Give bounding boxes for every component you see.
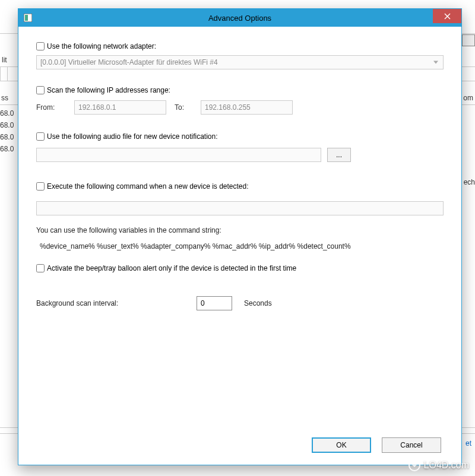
bg-divider-v2: [0, 66, 1, 81]
scan-iprange-checkbox[interactable]: [36, 86, 45, 94]
beep-first-time-label: Activate the beep/tray balloon alert onl…: [47, 264, 296, 272]
adapter-value: [0.0.0.0] Virtueller Microsoft-Adapter f…: [40, 58, 218, 66]
audio-browse-button[interactable]: ...: [327, 148, 351, 162]
close-button[interactable]: [433, 9, 461, 23]
close-icon: [444, 13, 451, 20]
browse-label: ...: [336, 151, 342, 159]
execute-cmd-label: Execute the following command when a new…: [47, 182, 249, 191]
ip-to-input[interactable]: [201, 100, 293, 115]
watermark-text: LO4D.com: [424, 460, 469, 471]
cmd-input[interactable]: [36, 201, 444, 215]
ip-from-input[interactable]: [74, 100, 166, 115]
use-audio-label: Use the following audio file for new dev…: [47, 132, 218, 141]
bg-col-header: ss: [1, 94, 8, 102]
advanced-options-dialog: Advanced Options Use the following netwo…: [18, 8, 462, 465]
use-adapter-checkbox[interactable]: [36, 42, 45, 50]
bg-menu-item: lit: [2, 56, 7, 64]
beep-first-time-checkbox[interactable]: [36, 264, 45, 272]
cmd-help-text: You can use the following variables in t…: [36, 226, 444, 234]
ip-from-label: From:: [36, 103, 66, 112]
execute-cmd-checkbox[interactable]: [36, 182, 45, 191]
ip-to-label: To:: [175, 103, 192, 112]
bg-ip-cell: 68.0: [0, 145, 14, 153]
use-audio-checkbox[interactable]: [36, 132, 45, 141]
watermark-icon: [408, 459, 420, 471]
dialog-body: Use the following network adapter: [0.0.…: [18, 27, 461, 465]
adapter-combobox[interactable]: [0.0.0.0] Virtueller Microsoft-Adapter f…: [36, 55, 444, 69]
titlebar[interactable]: Advanced Options: [18, 9, 461, 27]
bg-ip-cell: 68.0: [0, 133, 14, 141]
cmd-variables-text: %device_name% %user_text% %adapter_compa…: [36, 240, 444, 252]
scan-iprange-label: Scan the following IP addresses range:: [47, 86, 170, 94]
bg-cell-right: ech: [464, 178, 475, 186]
bg-window-button: [462, 34, 475, 46]
cancel-button[interactable]: Cancel: [382, 437, 441, 453]
dialog-title: Advanced Options: [18, 14, 461, 23]
ok-button[interactable]: OK: [312, 437, 371, 453]
scan-interval-input[interactable]: [197, 296, 232, 310]
audio-file-input[interactable]: [36, 148, 321, 162]
bg-divider-v: [7, 66, 8, 81]
bg-link-fragment: et: [466, 439, 471, 448]
scan-interval-label: Background scan interval:: [36, 299, 191, 307]
use-adapter-label: Use the following network adapter:: [47, 42, 156, 50]
bg-col-header-right: om: [463, 94, 473, 102]
cancel-label: Cancel: [400, 441, 422, 449]
bg-ip-cell: 68.0: [0, 109, 14, 118]
bg-ip-cell: 68.0: [0, 121, 14, 129]
watermark: LO4D.com: [408, 459, 469, 471]
scan-interval-unit: Seconds: [244, 299, 272, 307]
ok-label: OK: [336, 441, 346, 449]
